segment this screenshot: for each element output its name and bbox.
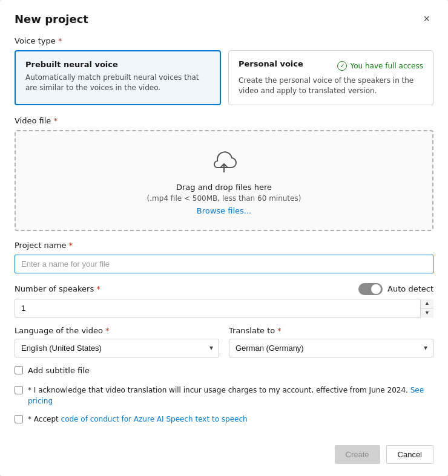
browse-files-link[interactable]: Browse files... — [197, 206, 251, 215]
dialog-footer: Create Cancel — [15, 439, 433, 464]
voice-card-personal[interactable]: Personal voice ✓ You have full access Cr… — [228, 50, 433, 105]
speakers-section: Number of speakers * Auto detect ▲ ▼ — [15, 283, 433, 318]
drop-main-text: Drag and drop files here — [176, 183, 272, 192]
prebuilt-voice-desc: Automatically match prebuilt neural voic… — [25, 73, 210, 93]
personal-voice-desc: Create the personal voice of the speaker… — [239, 76, 423, 96]
spinner-buttons: ▲ ▼ — [420, 299, 433, 318]
language-select-wrapper: English (United States) English (United … — [15, 339, 219, 357]
personal-voice-header: Personal voice ✓ You have full access — [239, 59, 423, 72]
translate-to-select[interactable]: German (Germany) French (France) Spanish… — [229, 339, 433, 357]
project-name-section: Project name * — [15, 241, 433, 273]
voice-card-prebuilt[interactable]: Prebuilt neural voice Automatically matc… — [15, 50, 221, 105]
acknowledgement-checkbox[interactable] — [15, 386, 23, 394]
upload-icon-wrap — [209, 151, 239, 177]
upload-cloud-icon — [209, 151, 239, 175]
translate-to-label: Translate to * — [229, 326, 433, 335]
auto-detect-label: Auto detect — [387, 284, 433, 293]
acknowledgement-text: * I acknowledge that video translation w… — [28, 385, 433, 406]
speakers-label: Number of speakers * — [15, 284, 100, 293]
code-of-conduct-text: * Accept code of conduct for Azure AI Sp… — [28, 414, 433, 425]
spinner-up-button[interactable]: ▲ — [421, 299, 433, 308]
spinner-down-button[interactable]: ▼ — [421, 308, 433, 318]
code-of-conduct-checkbox[interactable] — [15, 415, 23, 423]
auto-detect-row: Auto detect — [358, 283, 433, 295]
voice-type-label: Voice type * — [15, 36, 433, 45]
dialog-header: New project × — [15, 12, 433, 25]
dialog-title: New project — [15, 13, 88, 25]
language-label: Language of the video * — [15, 326, 219, 335]
language-row: Language of the video * English (United … — [15, 326, 433, 357]
translate-to-group: Translate to * German (Germany) French (… — [229, 326, 433, 357]
auto-detect-toggle[interactable] — [358, 283, 383, 295]
cancel-button[interactable]: Cancel — [386, 445, 433, 464]
language-group: Language of the video * English (United … — [15, 326, 219, 357]
drop-sub-text: (.mp4 file < 500MB, less than 60 minutes… — [147, 194, 301, 203]
subtitle-checkbox[interactable] — [15, 366, 23, 374]
drop-area[interactable]: Drag and drop files here (.mp4 file < 50… — [15, 130, 433, 231]
prebuilt-voice-title: Prebuilt neural voice — [25, 60, 210, 69]
create-button[interactable]: Create — [335, 445, 380, 464]
new-project-dialog: New project × Voice type * Prebuilt neur… — [0, 0, 448, 476]
subtitle-label: Add subtitle file — [28, 366, 90, 375]
close-button[interactable]: × — [420, 12, 433, 25]
project-name-label: Project name * — [15, 241, 433, 250]
translate-to-select-wrapper: German (Germany) French (France) Spanish… — [229, 339, 433, 357]
acknowledgement-row: * I acknowledge that video translation w… — [15, 385, 433, 406]
video-file-section: Video file * Drag and drop files here (.… — [15, 116, 433, 231]
check-circle-icon: ✓ — [337, 61, 347, 71]
speakers-spinner-wrapper: ▲ ▼ — [15, 299, 433, 318]
code-of-conduct-row: * Accept code of conduct for Azure AI Sp… — [15, 414, 433, 425]
project-name-input[interactable] — [15, 255, 433, 273]
speakers-input[interactable] — [15, 299, 433, 318]
toggle-thumb — [371, 284, 381, 294]
code-of-conduct-link[interactable]: code of conduct for Azure AI Speech text… — [61, 415, 248, 423]
speakers-header: Number of speakers * Auto detect — [15, 283, 433, 295]
subtitle-row: Add subtitle file — [15, 366, 433, 375]
voice-type-row: Prebuilt neural voice Automatically matc… — [15, 50, 433, 105]
language-select[interactable]: English (United States) English (United … — [15, 339, 219, 357]
full-access-badge: ✓ You have full access — [337, 61, 423, 71]
video-file-label: Video file * — [15, 116, 433, 125]
personal-voice-title: Personal voice — [239, 59, 303, 68]
